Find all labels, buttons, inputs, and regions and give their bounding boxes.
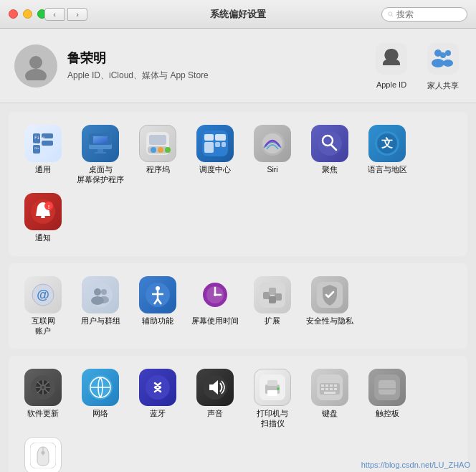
sound-item[interactable]: 声音	[186, 364, 244, 433]
accessibility-item[interactable]: 辅助功能	[129, 272, 186, 340]
internet-icon: @	[24, 276, 62, 313]
profile-info: 鲁荣明 Apple ID、iCloud、媒体与 App Store	[67, 49, 209, 82]
notification-item[interactable]: ! 通知	[14, 189, 72, 247]
watermark: https://blog.csdn.net/LU_ZHAO	[361, 461, 470, 469]
svg-rect-86	[321, 384, 324, 387]
apple-id-label: Apple ID	[376, 80, 406, 89]
bluetooth-item[interactable]: 蓝牙	[129, 364, 186, 433]
security-label: 安全性与隐私	[306, 316, 353, 326]
bluetooth-icon	[139, 369, 176, 406]
svg-rect-22	[95, 152, 106, 154]
general-item[interactable]: FileNewOre 通用	[14, 121, 72, 189]
spotlight-item[interactable]: 聚焦	[301, 121, 358, 189]
screentime-icon	[196, 276, 234, 313]
svg-rect-35	[222, 142, 226, 147]
accessibility-icon	[139, 276, 176, 313]
svg-point-100	[42, 451, 45, 455]
apple-id-icon	[376, 43, 407, 75]
family-icon-box	[424, 40, 462, 77]
siri-icon	[254, 125, 291, 162]
svg-text:Ore: Ore	[34, 146, 39, 150]
apple-id-icon-box	[373, 40, 410, 77]
desktop-icon	[82, 125, 119, 162]
section-3: 软件更新 网络 蓝牙 声音	[9, 356, 467, 472]
keyboard-item[interactable]: 键盘	[301, 364, 358, 433]
profile-right: Apple ID 家人共享	[373, 40, 462, 91]
network-item[interactable]: 网络	[72, 364, 129, 433]
trackpad-item[interactable]: 触控板	[358, 364, 416, 433]
users-icon	[82, 276, 119, 313]
profile-left: 鲁荣明 Apple ID、iCloud、媒体与 App Store	[14, 44, 209, 88]
svg-rect-68	[269, 296, 276, 303]
svg-rect-94	[324, 392, 335, 394]
svg-point-73	[42, 386, 44, 389]
siri-item[interactable]: Siri	[244, 121, 301, 189]
search-input[interactable]	[396, 9, 461, 19]
printer-item[interactable]: 打印机与扫描仪	[244, 364, 301, 433]
svg-rect-88	[330, 384, 333, 387]
close-button[interactable]	[9, 9, 18, 19]
minimize-button[interactable]	[23, 9, 32, 19]
internet-label: 互联网账户	[32, 316, 55, 336]
svg-point-28	[165, 147, 171, 153]
sound-icon	[196, 369, 234, 406]
spotlight-label: 聚焦	[322, 165, 338, 175]
svg-point-37	[262, 133, 282, 154]
svg-text:!: !	[48, 204, 50, 210]
language-icon: 文	[368, 125, 406, 162]
family-sharing-icon	[427, 43, 459, 75]
extensions-label: 扩展	[265, 316, 280, 326]
svg-rect-31	[204, 134, 214, 141]
desktop-item[interactable]: 桌面与屏幕保护程序	[72, 121, 129, 189]
svg-point-27	[158, 147, 163, 153]
apple-id-button[interactable]: Apple ID	[373, 40, 410, 89]
svg-point-83	[277, 387, 280, 390]
back-button[interactable]: ‹	[44, 8, 65, 21]
dock-label: 程序坞	[146, 165, 170, 175]
svg-rect-32	[215, 134, 226, 141]
svg-point-3	[25, 69, 47, 80]
dock-icon	[139, 125, 176, 162]
software-item[interactable]: 软件更新	[14, 364, 72, 433]
main-content: FileNewOre 通用 桌面与屏幕保护程序 程序坞	[0, 103, 476, 472]
mission-label: 调度中心	[199, 165, 231, 175]
svg-point-8	[440, 52, 446, 58]
section-2: @ 互联网账户 用户与群组 辅助功能 屏幕使用时间	[9, 263, 467, 349]
users-item[interactable]: 用户与群组	[72, 272, 129, 340]
nav-buttons: ‹ ›	[44, 8, 87, 21]
svg-text:File: File	[34, 135, 45, 140]
icon-grid-2: @ 互联网账户 用户与群组 辅助功能 屏幕使用时间	[14, 272, 462, 340]
software-label: 软件更新	[27, 409, 59, 419]
svg-rect-45	[41, 216, 45, 218]
svg-rect-82	[267, 390, 277, 396]
svg-rect-89	[334, 384, 337, 387]
search-box[interactable]	[381, 7, 467, 22]
svg-line-1	[391, 15, 393, 16]
screentime-item[interactable]: 屏幕使用时间	[186, 272, 244, 340]
printer-label: 打印机与扫描仪	[257, 409, 288, 428]
screentime-label: 屏幕使用时间	[191, 316, 239, 326]
notification-icon: !	[24, 193, 62, 230]
svg-point-0	[389, 11, 392, 15]
network-icon	[82, 369, 119, 406]
extensions-icon	[254, 276, 291, 313]
language-item[interactable]: 文 语言与地区	[358, 121, 416, 189]
extensions-item[interactable]: 扩展	[244, 272, 301, 340]
family-label: 家人共享	[427, 80, 459, 91]
mission-item[interactable]: 调度中心	[186, 121, 244, 189]
svg-rect-29	[149, 135, 166, 145]
svg-rect-66	[269, 288, 276, 295]
family-sharing-button[interactable]: 家人共享	[424, 40, 462, 91]
trackpad-label: 触控板	[376, 409, 399, 419]
spotlight-icon	[311, 125, 348, 162]
internet-item[interactable]: @ 互联网账户	[14, 272, 72, 340]
profile-name: 鲁荣明	[67, 49, 209, 67]
dock-item[interactable]: 程序坞	[129, 121, 186, 189]
avatar[interactable]	[14, 44, 57, 88]
svg-text:文: 文	[381, 136, 393, 149]
avatar-icon	[22, 52, 50, 80]
mouse-item[interactable]: 鼠标	[14, 433, 72, 472]
forward-button[interactable]: ›	[67, 8, 87, 21]
security-item[interactable]: 安全性与隐私	[301, 272, 358, 340]
svg-text:New: New	[34, 142, 40, 146]
